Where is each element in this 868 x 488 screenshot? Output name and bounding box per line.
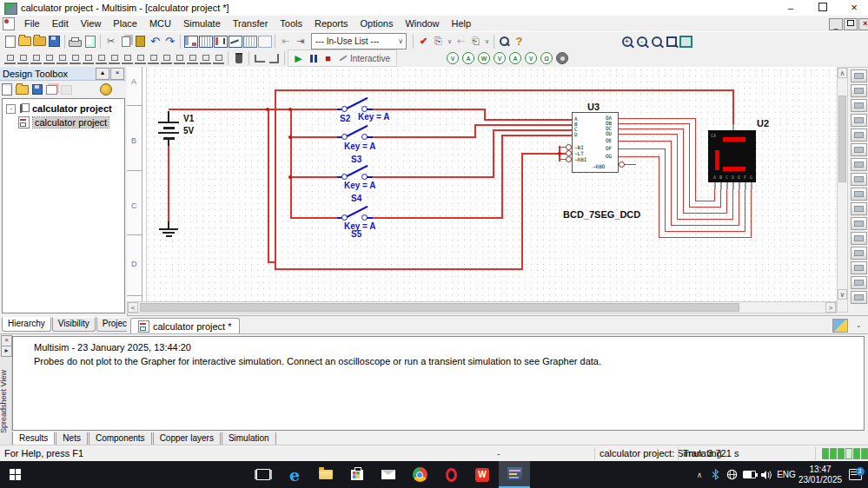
- export-ultiboard-button[interactable]: ⎘: [431, 34, 446, 49]
- new-design-icon[interactable]: [2, 83, 12, 96]
- mail-button[interactable]: [374, 461, 403, 488]
- forward-annotate-button[interactable]: ⇥: [293, 34, 308, 49]
- network-icon[interactable]: [723, 461, 740, 488]
- scroll-left-button[interactable]: <: [128, 302, 138, 313]
- place-misc-button[interactable]: [148, 53, 159, 64]
- backward-transfer-button[interactable]: ⇠: [454, 34, 468, 49]
- place-junction-button[interactable]: [267, 51, 282, 66]
- file-explorer-button[interactable]: [311, 461, 341, 488]
- new-file-button[interactable]: [3, 34, 17, 49]
- instrument-icon[interactable]: [851, 84, 867, 97]
- place-electromech-button[interactable]: [187, 53, 198, 64]
- menu-options[interactable]: Options: [354, 16, 400, 30]
- in-use-list-combo[interactable]: --- In-Use List --- ∨: [311, 33, 407, 49]
- place-basic-button[interactable]: [17, 53, 29, 64]
- interactive-settings-button[interactable]: [335, 51, 350, 66]
- place-power-button[interactable]: [135, 53, 146, 64]
- opera-button[interactable]: [436, 461, 466, 488]
- toggle-spreadsheet-button[interactable]: [198, 34, 213, 49]
- zoom-fit-button[interactable]: [664, 34, 679, 49]
- instrument-icon[interactable]: [851, 114, 867, 127]
- volume-icon[interactable]: [758, 461, 775, 488]
- menu-view[interactable]: View: [75, 16, 108, 30]
- forward-transfer-button[interactable]: ⎗: [468, 34, 483, 49]
- delete-button[interactable]: [231, 51, 246, 66]
- menu-transfer[interactable]: Transfer: [227, 16, 275, 30]
- start-button[interactable]: [0, 461, 30, 488]
- horizontal-scrollbar[interactable]: < >: [127, 301, 837, 313]
- task-view-button[interactable]: [248, 461, 278, 488]
- place-advanced-peripherals-button[interactable]: [161, 53, 172, 64]
- place-indicator-button[interactable]: [122, 53, 133, 64]
- voltage-current-probe-button[interactable]: A: [509, 52, 521, 64]
- instrument-icon[interactable]: [851, 261, 867, 274]
- menu-help[interactable]: Help: [446, 16, 478, 30]
- tab-visibility[interactable]: Visibility: [52, 317, 96, 332]
- chrome-button[interactable]: [405, 461, 434, 488]
- undo-button[interactable]: ↶: [148, 34, 162, 49]
- instrument-icon[interactable]: [851, 188, 867, 201]
- diff-voltage-probe-button[interactable]: V: [494, 52, 506, 64]
- hierarchy-button[interactable]: [257, 34, 272, 49]
- place-mcu-button[interactable]: [213, 53, 224, 64]
- open-file-button[interactable]: [17, 34, 32, 49]
- bluetooth-icon[interactable]: [707, 461, 723, 488]
- place-analog-button[interactable]: [56, 53, 68, 64]
- mdi-close-button[interactable]: ×: [858, 18, 868, 30]
- document-tab[interactable]: calculator project *: [130, 318, 240, 335]
- place-rf-button[interactable]: [174, 53, 185, 64]
- maximize-button[interactable]: [810, 1, 836, 15]
- transfer-dropdown-button[interactable]: ∨: [483, 34, 491, 49]
- menu-reports[interactable]: Reports: [308, 16, 354, 30]
- vertical-scroll-thumb[interactable]: [838, 96, 846, 182]
- menu-simulate[interactable]: Simulate: [177, 16, 227, 30]
- close-button[interactable]: ×: [841, 1, 867, 15]
- voltage-ref-probe-button[interactable]: V: [525, 52, 537, 64]
- spice-netlist-button[interactable]: [213, 34, 228, 49]
- place-wire-button[interactable]: [252, 51, 267, 66]
- instrument-icon[interactable]: [851, 291, 867, 304]
- instrument-icon[interactable]: [851, 232, 867, 245]
- spreadsheet-expand-button[interactable]: ▸: [1, 346, 12, 357]
- scroll-down-button[interactable]: ∨: [838, 289, 847, 300]
- place-source-button[interactable]: [4, 53, 16, 64]
- clock-icon[interactable]: [100, 83, 112, 96]
- menu-tools[interactable]: Tools: [274, 16, 308, 30]
- export-dropdown-button[interactable]: ∨: [446, 34, 454, 49]
- place-transistor-button[interactable]: [43, 53, 55, 64]
- place-mixed-button[interactable]: [109, 53, 120, 64]
- probe-settings-button[interactable]: [556, 52, 568, 64]
- tab-scroll-button[interactable]: ⌄: [853, 321, 864, 330]
- vertical-scrollbar[interactable]: ∧ ∨: [837, 67, 848, 313]
- place-diode-button[interactable]: [30, 53, 42, 64]
- language-indicator[interactable]: ENG: [775, 461, 798, 488]
- instrument-icon[interactable]: [851, 247, 867, 260]
- instrument-icon[interactable]: [851, 143, 867, 156]
- voltage-probe-button[interactable]: V: [447, 52, 459, 64]
- battery-icon[interactable]: [740, 461, 758, 488]
- help-button[interactable]: ?: [512, 34, 527, 49]
- edge-button[interactable]: e: [280, 461, 309, 488]
- instrument-icon[interactable]: [851, 99, 867, 112]
- postprocessor-button[interactable]: [242, 34, 257, 49]
- toggle-design-toolbox-button[interactable]: [183, 34, 198, 49]
- tab-hierarchy[interactable]: Hierarchy: [2, 317, 51, 332]
- find-button[interactable]: [497, 34, 512, 49]
- zoom-in-button[interactable]: +: [620, 34, 634, 49]
- instrument-icon[interactable]: [851, 276, 867, 289]
- instrument-icon[interactable]: [851, 129, 867, 142]
- save-button[interactable]: [47, 34, 62, 49]
- schematic-canvas[interactable]: [127, 67, 837, 301]
- grapher-button[interactable]: [228, 34, 242, 49]
- open-sample-button[interactable]: [32, 34, 47, 49]
- print-preview-button[interactable]: [83, 34, 97, 49]
- clock-tray[interactable]: 13:47 23/01/2025: [798, 461, 843, 488]
- instrument-icon[interactable]: [851, 69, 867, 82]
- panel-pin-button[interactable]: ▴: [96, 68, 109, 80]
- tree-root-row[interactable]: - calculator project: [6, 102, 124, 115]
- redo-button[interactable]: ↷: [162, 34, 177, 49]
- run-button[interactable]: ▶: [291, 51, 306, 66]
- menu-window[interactable]: Window: [399, 16, 445, 30]
- horizontal-scroll-thumb[interactable]: [140, 303, 739, 312]
- back-annotate-button[interactable]: ⇤: [278, 34, 293, 49]
